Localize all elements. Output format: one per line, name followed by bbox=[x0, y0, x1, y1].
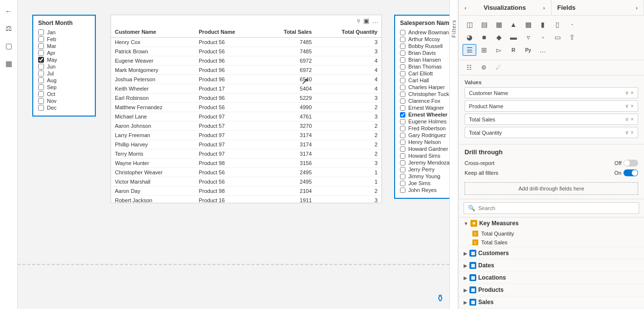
salesperson-checkbox[interactable] bbox=[400, 133, 405, 138]
salesperson-checkbox[interactable] bbox=[400, 140, 405, 145]
table-row[interactable]: Keith WheelerProduct 1754044 bbox=[111, 84, 381, 94]
salesperson-checkbox[interactable] bbox=[400, 167, 405, 172]
col-product-name[interactable]: Product Name bbox=[195, 26, 262, 38]
field-item[interactable]: ΣTotal Quantity bbox=[459, 229, 644, 238]
table-row[interactable]: Christopher WeaverProduct 5624951 bbox=[111, 168, 381, 177]
table-row[interactable]: Terry MorrisProduct 9731742 bbox=[111, 149, 381, 159]
month-checkbox[interactable] bbox=[38, 84, 44, 90]
fields-right-arrow[interactable]: › bbox=[636, 5, 638, 11]
salesperson-checkbox[interactable] bbox=[400, 78, 405, 83]
field-group-header[interactable]: ▶▦Locations bbox=[459, 272, 644, 284]
col-customer-name[interactable]: Customer Name bbox=[111, 26, 195, 38]
viz-ribbon[interactable]: ▮ bbox=[536, 19, 550, 30]
salesperson-checkbox[interactable] bbox=[400, 71, 405, 76]
salesperson-checkbox[interactable] bbox=[400, 126, 405, 131]
salesperson-checkbox[interactable] bbox=[400, 85, 405, 90]
month-checkbox[interactable] bbox=[38, 29, 44, 35]
viz-stacked-bar[interactable]: ◫ bbox=[463, 19, 476, 30]
field-group-header[interactable]: ▶▦Sales bbox=[459, 296, 644, 308]
viz-funnel[interactable]: ▿ bbox=[521, 31, 535, 43]
field-group-header[interactable]: ▼★Key Measures bbox=[459, 217, 644, 229]
salesperson-checkbox[interactable] bbox=[400, 30, 405, 35]
viz-area-chart[interactable]: ▲ bbox=[507, 19, 520, 30]
value-chip[interactable]: Product Name∨× bbox=[465, 100, 638, 112]
month-checkbox[interactable] bbox=[38, 36, 44, 42]
table-row[interactable]: Mark MontgomeryProduct 9669724 bbox=[111, 66, 381, 75]
salesperson-checkbox[interactable] bbox=[400, 64, 405, 70]
salesperson-checkbox[interactable] bbox=[400, 92, 405, 97]
viz-matrix[interactable]: ⊞ bbox=[477, 44, 491, 56]
more-icon[interactable]: … bbox=[372, 17, 378, 24]
month-checkbox[interactable] bbox=[38, 71, 44, 76]
viz-line-chart[interactable]: ▦ bbox=[492, 19, 506, 30]
viz-tool-fields[interactable]: ☷ bbox=[463, 62, 475, 73]
col-total-sales[interactable]: Total Sales bbox=[262, 26, 316, 38]
table-row[interactable]: Michael LaneProduct 9747613 bbox=[111, 112, 381, 121]
salesperson-checkbox[interactable] bbox=[400, 174, 405, 179]
table-row[interactable]: Wayne HunterProduct 9831563 bbox=[111, 159, 381, 168]
viz-waterfall[interactable]: ▯ bbox=[551, 19, 564, 30]
table-row[interactable]: Phillip HarveyProduct 9731742 bbox=[111, 140, 381, 149]
nav-back-icon[interactable]: ← bbox=[2, 4, 16, 18]
month-checkbox[interactable] bbox=[38, 57, 44, 63]
viz-left-arrow[interactable]: ‹ bbox=[465, 5, 466, 11]
month-checkbox[interactable] bbox=[38, 98, 44, 104]
viz-more[interactable]: … bbox=[536, 44, 550, 56]
filter-icon[interactable]: ▿ bbox=[357, 17, 360, 24]
field-group-header[interactable]: ▶▦Customers bbox=[459, 247, 644, 259]
viz-tool-analytics[interactable]: ☄ bbox=[492, 62, 505, 73]
table-scroll-area[interactable]: Customer Name Product Name Total Sales T… bbox=[111, 26, 381, 203]
salesperson-checkbox[interactable] bbox=[400, 98, 405, 104]
keep-filters-toggle[interactable] bbox=[623, 169, 638, 176]
salesperson-checkbox[interactable] bbox=[400, 44, 405, 49]
month-checkbox[interactable] bbox=[38, 50, 44, 56]
nav-analytics-icon[interactable]: ▦ bbox=[2, 57, 16, 71]
col-total-quantity[interactable]: Total Quantity bbox=[316, 26, 381, 38]
nav-bookmark-icon[interactable]: ▢ bbox=[2, 39, 16, 53]
viz-tool-format[interactable]: ⚙ bbox=[477, 62, 490, 73]
chip-chevron-icon[interactable]: ∨ bbox=[625, 129, 629, 136]
viz-pie[interactable]: ◕ bbox=[463, 31, 476, 43]
value-chip[interactable]: Customer Name∨× bbox=[465, 87, 638, 98]
chip-remove-icon[interactable]: × bbox=[631, 129, 634, 136]
chip-remove-icon[interactable]: × bbox=[631, 116, 634, 122]
salesperson-checkbox[interactable] bbox=[400, 160, 405, 166]
salesperson-checkbox[interactable] bbox=[400, 146, 405, 152]
salesperson-checkbox[interactable] bbox=[400, 188, 405, 193]
viz-treemap[interactable]: ■ bbox=[477, 31, 491, 43]
nav-filter-icon[interactable]: ⚖ bbox=[2, 22, 16, 35]
month-checkbox[interactable] bbox=[38, 64, 44, 70]
add-drillthrough-button[interactable]: Add drill-through fields here bbox=[465, 182, 638, 195]
table-row[interactable]: Larry FreemanProduct 9731742 bbox=[111, 131, 381, 140]
month-checkbox[interactable] bbox=[38, 77, 44, 83]
viz-right-arrow[interactable]: › bbox=[543, 5, 545, 11]
chip-remove-icon[interactable]: × bbox=[631, 90, 634, 96]
visualizations-tab[interactable]: ‹ Visualizations › bbox=[459, 0, 552, 15]
viz-r[interactable]: R bbox=[507, 44, 520, 56]
salesperson-checkbox[interactable] bbox=[400, 119, 405, 124]
viz-filled-map[interactable]: ▬ bbox=[507, 31, 520, 43]
viz-gauge[interactable]: ◦ bbox=[536, 31, 550, 43]
month-checkbox[interactable] bbox=[38, 91, 44, 97]
salesperson-checkbox[interactable] bbox=[400, 50, 405, 56]
table-row[interactable]: Robert JacksonProduct 1619113 bbox=[111, 196, 381, 203]
salesperson-checkbox[interactable] bbox=[400, 112, 405, 118]
viz-table[interactable]: ☰ bbox=[463, 44, 476, 56]
value-chip[interactable]: Total Quantity∨× bbox=[465, 127, 638, 138]
table-row[interactable]: Henry CoxProduct 5674853 bbox=[111, 38, 381, 47]
viz-slicer[interactable]: ▻ bbox=[492, 44, 506, 56]
fields-tab[interactable]: Fields › bbox=[552, 0, 644, 15]
table-row[interactable]: Aaron JohnsonProduct 5732702 bbox=[111, 121, 381, 131]
value-chip[interactable]: Total Sales∨× bbox=[465, 114, 638, 125]
field-item[interactable]: ΣTotal Sales bbox=[459, 238, 644, 247]
viz-map[interactable]: ◆ bbox=[492, 31, 506, 43]
viz-scatter[interactable]: ⋅ bbox=[565, 19, 579, 30]
salesperson-checkbox[interactable] bbox=[400, 105, 405, 111]
table-row[interactable]: Victor MarshallProduct 5624951 bbox=[111, 177, 381, 187]
chip-chevron-icon[interactable]: ∨ bbox=[625, 103, 629, 109]
viz-py[interactable]: Py bbox=[521, 44, 535, 56]
viz-kpi[interactable]: ⇧ bbox=[565, 31, 579, 43]
field-group-header[interactable]: ▶▦Products bbox=[459, 284, 644, 296]
table-row[interactable]: Matthew FernandezProduct 5649902 bbox=[111, 103, 381, 112]
viz-card[interactable]: ▭ bbox=[551, 31, 564, 43]
